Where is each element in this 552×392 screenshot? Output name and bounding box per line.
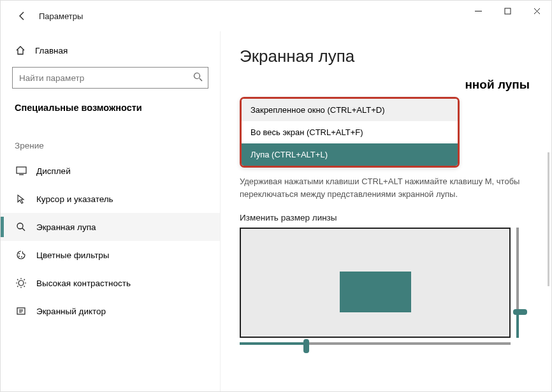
svg-point-1 <box>194 73 200 78</box>
settings-window: Параметры Главная Специальные возможност… <box>0 0 552 392</box>
contrast-icon <box>15 278 27 288</box>
home-icon <box>15 45 26 55</box>
svg-point-4 <box>18 253 20 254</box>
group-label: Зрение <box>1 118 220 157</box>
sidebar: Главная Специальные возможности Зрение Д… <box>1 31 221 391</box>
main-content: Экранная лупа нной лупы Закрепленное окн… <box>221 31 551 391</box>
nav-color-filters[interactable]: Цветные фильтры <box>1 241 220 269</box>
nav-label: Цветные фильтры <box>36 250 110 260</box>
dropdown-list: Закрепленное окно (CTRL+ALT+D) Во весь э… <box>240 97 460 168</box>
back-button[interactable] <box>11 4 34 27</box>
category-label: Специальные возможности <box>1 98 220 118</box>
lens-rect <box>340 272 411 312</box>
nav-narrator[interactable]: Экранный диктор <box>1 297 220 325</box>
window-title: Параметры <box>39 11 83 21</box>
svg-rect-0 <box>505 8 511 14</box>
lens-height-slider[interactable] <box>516 228 519 338</box>
lens-width-slider[interactable] <box>240 342 511 345</box>
search-box[interactable] <box>12 67 208 89</box>
svg-point-6 <box>21 256 22 258</box>
lens-size-control <box>240 228 521 352</box>
slider-thumb[interactable] <box>513 309 527 315</box>
svg-point-5 <box>18 256 20 257</box>
home-label: Главная <box>35 46 68 55</box>
titlebar: Параметры <box>1 1 551 31</box>
search-icon <box>193 72 203 84</box>
nav-display[interactable]: Дисплей <box>1 157 220 185</box>
maximize-button[interactable] <box>493 1 522 21</box>
nav-label: Высокая контрастность <box>36 279 131 288</box>
nav-label: Экранная лупа <box>36 222 96 232</box>
cursor-icon <box>15 194 27 204</box>
resize-label: Изменить размер линзы <box>240 213 531 222</box>
nav-high-contrast[interactable]: Высокая контрастность <box>1 269 220 297</box>
palette-icon <box>15 250 27 260</box>
slider-thumb[interactable] <box>303 339 309 353</box>
close-button[interactable] <box>522 1 551 21</box>
lens-preview <box>240 228 511 338</box>
scrollbar[interactable] <box>548 152 549 286</box>
search-input[interactable] <box>19 73 193 83</box>
dropdown-option-lens[interactable]: Лупа (CTRL+ALT+L) <box>242 143 458 166</box>
help-text: Удерживая нажатыми клавиши CTRL+ALT нажи… <box>240 175 520 200</box>
nav-label: Курсор и указатель <box>36 194 113 204</box>
narrator-icon <box>15 306 27 316</box>
view-dropdown[interactable]: Закрепленное окно (CTRL+ALT+D) Во весь э… <box>240 97 531 168</box>
nav-magnifier[interactable]: Экранная лупа <box>1 213 220 241</box>
nav-label: Дисплей <box>36 166 71 176</box>
dropdown-option-fullscreen[interactable]: Во весь экран (CTRL+ALT+F) <box>242 121 458 143</box>
page-title: Экранная лупа <box>240 47 531 66</box>
minimize-button[interactable] <box>463 1 493 21</box>
nav-cursor[interactable]: Курсор и указатель <box>1 185 220 213</box>
svg-rect-2 <box>17 167 26 173</box>
dropdown-option-docked[interactable]: Закрепленное окно (CTRL+ALT+D) <box>242 99 458 121</box>
display-icon <box>15 166 27 175</box>
nav-label: Экранный диктор <box>36 307 106 316</box>
window-controls <box>463 1 551 21</box>
body: Главная Специальные возможности Зрение Д… <box>1 31 551 391</box>
svg-point-3 <box>17 223 23 229</box>
svg-point-7 <box>18 280 24 286</box>
home-link[interactable]: Главная <box>1 38 220 63</box>
magnifier-icon <box>15 222 27 232</box>
section-heading-partial: нной лупы <box>240 78 531 92</box>
